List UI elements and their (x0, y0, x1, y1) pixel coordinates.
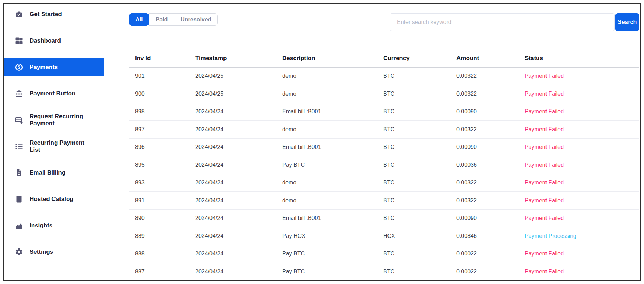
cell-status: Payment Failed (518, 67, 639, 85)
table-row[interactable]: 8872024/04/24Pay BTCBTC0.00022Payment Fa… (129, 263, 639, 280)
sidebar-item-row: Request Recurring Payment (4, 111, 104, 129)
table-row[interactable]: 8972024/04/24demoBTC0.00322Payment Faile… (129, 121, 639, 139)
sidebar-item-payment-button[interactable]: Payment Button (4, 80, 104, 107)
cell-status: Payment Failed (518, 245, 639, 263)
app-window: Get StartedDashboard$PaymentsPayment But… (3, 3, 641, 281)
chart-icon (15, 221, 23, 230)
cell-currency: BTC (377, 121, 450, 139)
cell-status: Payment Processing (518, 227, 639, 245)
search-button[interactable]: Search (615, 13, 639, 31)
cell-description: Email bill :B001 (276, 138, 377, 156)
search-input[interactable] (390, 13, 615, 31)
sidebar-item-row: Payment Button (4, 84, 104, 103)
sidebar-item-get-started[interactable]: Get Started (4, 3, 104, 27)
sidebar-item-request-recurring-payment[interactable]: Request Recurring Payment (4, 107, 104, 133)
sidebar-item-settings[interactable]: Settings (4, 239, 104, 265)
cell-timestamp: 2024/04/24 (189, 174, 276, 192)
filter-tab-unresolved[interactable]: Unresolved (174, 13, 218, 26)
filter-tab-paid[interactable]: Paid (149, 13, 174, 26)
sidebar-item-label: Dashboard (30, 37, 61, 44)
cell-amount: 0.00322 (450, 121, 518, 139)
card-plus-icon (15, 116, 23, 124)
sidebar-item-row: $Payments (4, 58, 104, 76)
cell-timestamp: 2024/04/25 (189, 85, 276, 103)
table-header: Inv IdTimestampDescriptionCurrencyAmount… (129, 50, 639, 67)
cell-amount: 0.00322 (450, 174, 518, 192)
cell-inv-id: 889 (129, 227, 189, 245)
cell-inv-id: 900 (129, 85, 189, 103)
sidebar-item-row: Dashboard (4, 31, 104, 50)
table-row[interactable]: 9012024/04/25demoBTC0.00322Payment Faile… (129, 67, 639, 85)
sidebar-item-hosted-catalog[interactable]: Hosted Catalog (4, 186, 104, 212)
sidebar-item-label: Get Started (30, 11, 62, 18)
cell-currency: HCX (377, 227, 450, 245)
search-bar: Search (390, 13, 639, 31)
filter-tab-all[interactable]: All (129, 13, 149, 26)
table-row[interactable]: 8982024/04/24Email bill :B001BTC0.00090P… (129, 103, 639, 121)
book-icon (15, 195, 23, 203)
sidebar-item-row: Get Started (4, 5, 104, 24)
cell-status: Payment Failed (518, 209, 639, 227)
table-row[interactable]: 8892024/04/24Pay HCXHCX0.00846Payment Pr… (129, 227, 639, 245)
cell-timestamp: 2024/04/24 (189, 227, 276, 245)
cell-timestamp: 2024/04/24 (189, 156, 276, 174)
table-row[interactable]: 8962024/04/24Email bill :B001BTC0.00090P… (129, 138, 639, 156)
cell-status: Payment Failed (518, 156, 639, 174)
cell-timestamp: 2024/04/24 (189, 263, 276, 280)
sidebar-item-insights[interactable]: Insights (4, 212, 104, 239)
cell-status: Payment Failed (518, 85, 639, 103)
sidebar-item-label: Payment Button (30, 90, 75, 97)
cell-currency: BTC (377, 85, 450, 103)
cell-description: Email bill :B001 (276, 209, 377, 227)
table-row[interactable]: 8882024/04/24Pay BTCBTC0.00022Payment Fa… (129, 245, 639, 263)
cell-status: Payment Failed (518, 121, 639, 139)
sidebar-item-row: Insights (4, 216, 104, 235)
cell-inv-id: 887 (129, 263, 189, 280)
sidebar-nav-list: Get StartedDashboard$PaymentsPayment But… (4, 3, 104, 265)
sidebar-item-dashboard[interactable]: Dashboard (4, 27, 104, 54)
cell-inv-id: 891 (129, 192, 189, 210)
toolbar: AllPaidUnresolved Search (129, 13, 639, 31)
sidebar-item-row: Settings (4, 242, 104, 261)
sidebar-item-row: Hosted Catalog (4, 190, 104, 208)
grid-icon (15, 37, 23, 45)
table-row[interactable]: 8902024/04/24Email bill :B001BTC0.00090P… (129, 209, 639, 227)
cell-inv-id: 895 (129, 156, 189, 174)
bank-icon (15, 89, 23, 98)
sidebar-item-label: Request Recurring Payment (30, 113, 90, 127)
cell-amount: 0.00090 (450, 138, 518, 156)
cell-status: Payment Failed (518, 263, 639, 280)
cell-timestamp: 2024/04/24 (189, 121, 276, 139)
filter-tab-group: AllPaidUnresolved (129, 13, 218, 26)
column-header-currency: Currency (377, 50, 450, 67)
sidebar-item-payments[interactable]: $Payments (4, 54, 104, 80)
cell-status: Payment Failed (518, 103, 639, 121)
cell-inv-id: 888 (129, 245, 189, 263)
column-header-description: Description (276, 50, 377, 67)
cell-currency: BTC (377, 245, 450, 263)
cell-description: Pay BTC (276, 263, 377, 280)
cell-description: demo (276, 85, 377, 103)
cell-amount: 0.00090 (450, 103, 518, 121)
sidebar-item-recurring-payment-list[interactable]: Recurring Payment List (4, 133, 104, 159)
table-row[interactable]: 8932024/04/24demoBTC0.00322Payment Faile… (129, 174, 639, 192)
main-content: AllPaidUnresolved Search Inv IdTimestamp… (104, 4, 640, 280)
table-row[interactable]: 9002024/04/25demoBTC0.00322Payment Faile… (129, 85, 639, 103)
column-header-timestamp: Timestamp (189, 50, 276, 67)
gear-icon (15, 248, 23, 256)
cell-inv-id: 890 (129, 209, 189, 227)
sidebar: Get StartedDashboard$PaymentsPayment But… (4, 4, 104, 280)
cell-currency: BTC (377, 103, 450, 121)
cell-currency: BTC (377, 209, 450, 227)
cell-timestamp: 2024/04/24 (189, 192, 276, 210)
cell-timestamp: 2024/04/24 (189, 209, 276, 227)
cell-amount: 0.00022 (450, 245, 518, 263)
briefcase-check-icon (15, 10, 23, 19)
payments-table: Inv IdTimestampDescriptionCurrencyAmount… (129, 50, 639, 280)
sidebar-item-row: Recurring Payment List (4, 137, 104, 156)
sidebar-item-email-billing[interactable]: Email Billing (4, 159, 104, 186)
cell-status: Payment Failed (518, 174, 639, 192)
table-row[interactable]: 8952024/04/24Pay BTCBTC0.00036Payment Fa… (129, 156, 639, 174)
table-row[interactable]: 8912024/04/24demoBTC0.00322Payment Faile… (129, 192, 639, 210)
cell-currency: BTC (377, 263, 450, 280)
